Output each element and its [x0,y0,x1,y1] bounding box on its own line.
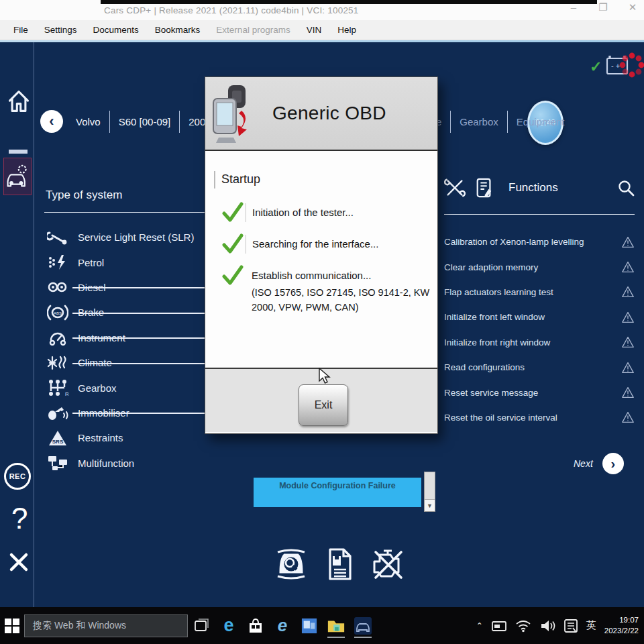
report-save-icon[interactable] [325,547,354,582]
menu-item[interactable]: File [5,25,36,35]
home-icon[interactable] [7,88,31,115]
function-item[interactable]: Reset service message [444,380,635,405]
rec-icon[interactable]: REC [4,463,31,490]
red-spinner-icon [619,52,644,78]
breadcrumb-item[interactable]: S60 [00-09] [109,111,180,133]
system-type-icon [47,329,68,346]
ime-icon[interactable] [564,619,578,633]
search-placeholder: 搜索 Web 和 Windows [33,620,126,632]
system-type-icon [47,229,68,246]
system-type-icon [47,429,68,447]
mouse-cursor [318,368,333,385]
left-panel-title: Type of system [46,189,122,202]
step-text: Initiation of the tester... [252,207,354,218]
search-icon[interactable] [617,179,635,197]
maximize-button[interactable]: ❐ [596,1,610,13]
wifi-icon[interactable] [515,619,531,633]
system-type-item[interactable]: Immobiliser [44,400,205,425]
exit-button[interactable]: Exit [299,384,348,426]
functions-list: Calibration of Xenon-lamp levelling Clea… [444,229,635,430]
function-label: Initialize front right window [444,337,550,347]
help-icon[interactable]: ? [11,502,28,535]
function-item[interactable]: Initialize front left window [444,305,635,329]
warning-icon [621,336,635,348]
warning-icon [621,362,635,374]
function-item[interactable]: Flap actuators learning test [444,280,635,305]
step-text: Searching for the interface... [252,238,378,250]
clock-date: 2023/2/22 [604,626,639,637]
close-icon[interactable] [9,552,29,572]
touch-keyboard-icon[interactable] [491,619,507,633]
menu-item[interactable]: Help [329,25,364,35]
system-type-icon [47,454,68,472]
startup-step: Initiation of the tester... [221,203,427,222]
next-label: Next [574,458,593,469]
video-artifact-bar [101,0,597,4]
functions-title: Functions [508,181,558,195]
menu-item[interactable]: Bookmarks [147,25,209,35]
ie-icon[interactable]: e [272,612,292,639]
function-label: Read configurations [444,362,525,372]
minimize-button[interactable]: – [566,1,581,13]
task-view-button[interactable] [188,618,215,634]
diagnostic-device-icon [211,84,254,147]
menu-item[interactable]: External programs [208,25,298,35]
warning-icon [621,411,635,423]
clock[interactable]: 19:07 2023/2/22 [604,615,639,636]
dialog-title: Generic OBD [272,103,386,124]
breadcrumb-item[interactable]: Volvo [67,111,109,133]
diagnostic-app-icon[interactable] [353,612,373,639]
function-label: Clear adaption memory [444,262,538,272]
breadcrumb-item[interactable]: Equipment [507,111,574,133]
system-type-item[interactable]: Brake [44,300,205,325]
start-button[interactable] [0,619,24,633]
engine-clear-icon[interactable] [370,548,405,580]
system-type-label: Service Light Reset (SLR) [78,231,194,243]
back-button[interactable]: ‹ [40,110,63,133]
system-type-item[interactable]: Petrol [44,250,205,274]
folder-icon[interactable] [326,612,346,639]
menu-item[interactable]: Documents [85,25,147,35]
hidden-icons-chevron[interactable]: ⌃ [476,621,483,631]
photos-icon[interactable] [299,612,319,639]
system-type-label: Multifunction [78,458,134,469]
system-type-icon [47,254,68,271]
function-item[interactable]: Read configurations [444,355,635,380]
breadcrumb-item[interactable]: Gearbox [450,111,507,133]
car-scan-icon[interactable] [274,547,309,582]
function-item[interactable]: Initialize front right window [444,330,635,355]
check-icon [221,233,244,254]
system-type-item[interactable]: Climate [44,350,205,375]
close-button[interactable]: ✕ [625,1,640,13]
system-type-item[interactable]: Instrument [44,325,205,350]
car-settings-icon[interactable] [3,158,32,195]
green-check-icon: ✓ [590,58,602,76]
rail-separator [9,150,28,154]
scroll-down-arrow[interactable]: ▼ [425,499,435,511]
ime-language-indicator[interactable]: 英 [586,619,596,632]
next-button[interactable]: › [602,453,624,474]
system-type-item[interactable]: Service Light Reset (SLR) [44,225,205,250]
taskbar-search[interactable]: 搜索 Web 和 Windows [24,614,188,637]
system-type-item[interactable]: Restraints [44,425,205,450]
menu-bar: File Settings Documents Bookmarks Extern… [0,20,644,40]
menu-item[interactable]: VIN [299,25,330,35]
check-icon [221,202,244,222]
function-item[interactable]: Clear adaption memory [444,254,635,279]
system-type-item[interactable]: Diesel [44,275,205,300]
startup-step: Establish communication... (ISO 15765, I… [221,266,427,315]
strikethrough-line [72,287,207,288]
edge-icon[interactable]: e [219,612,239,639]
system-type-item[interactable]: Gearbox [44,375,205,400]
function-item[interactable]: Reset the oil service interval [444,405,635,430]
system-type-icon [47,354,68,372]
menu-item[interactable]: Settings [36,25,85,35]
scrollbar[interactable]: ▼ [424,472,435,512]
module-config-banner[interactable]: Module Configuration Failure [254,478,421,507]
volume-icon[interactable] [539,619,555,633]
function-item[interactable]: Calibration of Xenon-lamp levelling [444,229,635,254]
system-type-item[interactable]: Multifunction [44,451,205,476]
warning-icon [621,311,635,323]
sidebar-divider [34,42,34,607]
store-icon[interactable] [246,612,266,639]
